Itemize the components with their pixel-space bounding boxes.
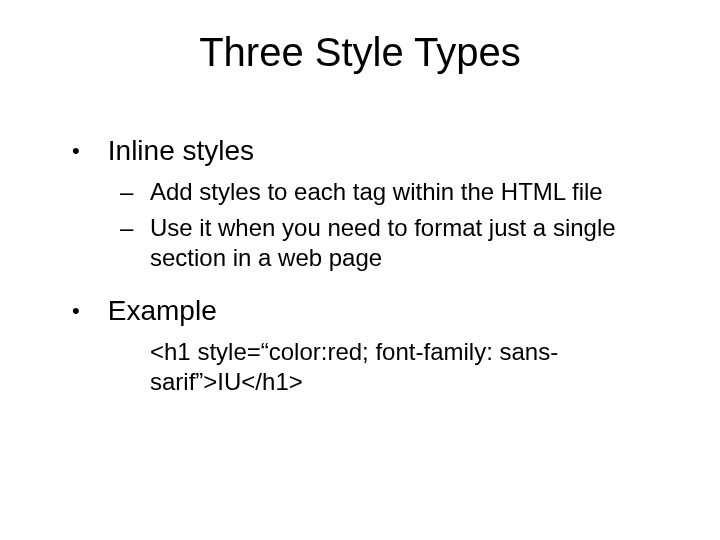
- list-item: Inline styles Add styles to each tag wit…: [100, 135, 660, 273]
- sub-list: Add styles to each tag within the HTML f…: [100, 177, 660, 273]
- list-item-label: Inline styles: [108, 135, 254, 166]
- sub-list-item: Use it when you need to format just a si…: [150, 213, 660, 273]
- list-item-label: Example: [108, 295, 217, 326]
- slide: Three Style Types Inline styles Add styl…: [0, 0, 720, 540]
- list-item: Example <h1 style=“color:red; font-famil…: [100, 295, 660, 397]
- slide-title: Three Style Types: [60, 30, 660, 75]
- bullet-list: Inline styles Add styles to each tag wit…: [60, 135, 660, 397]
- sub-list-item: Add styles to each tag within the HTML f…: [150, 177, 660, 207]
- code-example: <h1 style=“color:red; font-family: sans-…: [100, 337, 660, 397]
